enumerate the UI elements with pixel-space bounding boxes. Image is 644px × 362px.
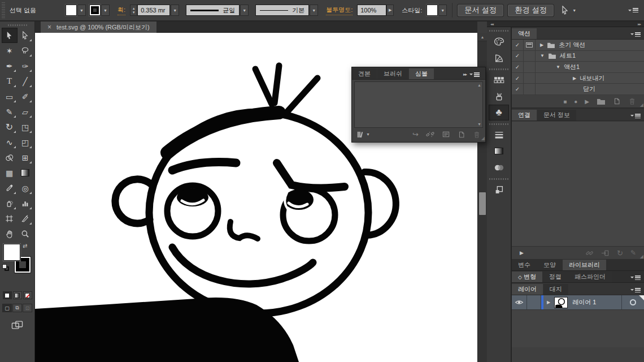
- transparency-panel-icon[interactable]: [489, 160, 509, 175]
- blend-tool[interactable]: ◎: [18, 180, 33, 196]
- pen-tool[interactable]: ✒: [2, 58, 18, 74]
- scroll-down-icon[interactable]: ▼: [477, 122, 481, 126]
- draw-behind-button[interactable]: ⧉: [12, 304, 22, 312]
- selection-tool-options-dropdown-icon[interactable]: ▼: [570, 5, 578, 16]
- action-row[interactable]: ✓ ▶내보내기: [512, 73, 644, 84]
- stroke-weight-field[interactable]: 0.353 mr: [137, 5, 170, 16]
- perspective-grid-tool[interactable]: ⊞: [18, 150, 33, 165]
- tab-brushes[interactable]: 브러쉬: [377, 68, 408, 79]
- none-button[interactable]: [23, 291, 32, 299]
- document-setup-button[interactable]: 문서 설정: [458, 5, 503, 16]
- screen-mode-button[interactable]: [0, 320, 34, 330]
- tab-align[interactable]: 정렬: [543, 272, 568, 282]
- selection-tool-options-icon[interactable]: [560, 6, 569, 15]
- action-row[interactable]: ✓ ▼액션1: [512, 62, 644, 73]
- style-dropdown-icon[interactable]: ▼: [438, 5, 447, 16]
- free-transform-tool[interactable]: ◰: [18, 135, 33, 150]
- width-tool[interactable]: ∿: [2, 135, 18, 150]
- tab-links[interactable]: 연결: [512, 110, 537, 120]
- rectangle-tool[interactable]: ▭: [2, 89, 18, 104]
- symbols-panel-icon[interactable]: ♣: [489, 105, 509, 120]
- column-graph-tool[interactable]: [18, 196, 33, 211]
- collapse-to-icons-icon[interactable]: ◂◂: [490, 22, 493, 27]
- action-check-icon[interactable]: ✓: [512, 51, 524, 62]
- layer-row-selected[interactable]: ▶ 레이어 1: [512, 295, 644, 310]
- symbols-panel-menu-icon[interactable]: [469, 72, 480, 77]
- stroke-profile-select[interactable]: 균일: [186, 5, 240, 16]
- stroke-dropdown-icon[interactable]: ▼: [101, 5, 110, 16]
- action-check-icon[interactable]: ✓: [512, 62, 524, 72]
- tab-actions[interactable]: 액션: [512, 28, 537, 39]
- rotate-tool[interactable]: ↻: [2, 119, 18, 135]
- zoom-tool[interactable]: [18, 226, 33, 242]
- expand-down-icon[interactable]: ▼: [540, 53, 545, 58]
- preferences-button[interactable]: 환경 설정: [508, 5, 554, 16]
- gradient-button[interactable]: [13, 291, 22, 299]
- tab-artboards[interactable]: 대지: [543, 284, 568, 295]
- opacity-field[interactable]: 100%: [357, 5, 386, 16]
- stroke-color-swatch[interactable]: [89, 5, 101, 16]
- type-tool[interactable]: T: [2, 74, 18, 89]
- brush-definition-select[interactable]: 기본: [255, 5, 309, 16]
- draw-normal-button[interactable]: ▢: [2, 304, 12, 312]
- draw-inside-button[interactable]: ⊡: [23, 304, 32, 312]
- links-panel-menu-icon[interactable]: [630, 113, 641, 118]
- brushes-panel-icon[interactable]: [489, 88, 509, 104]
- tab-appearance[interactable]: 모양: [537, 260, 562, 270]
- action-dialog-toggle-icon[interactable]: [524, 40, 536, 50]
- edit-original-icon[interactable]: ✎: [630, 249, 636, 257]
- symbol-options-icon[interactable]: [442, 130, 450, 139]
- control-bar-menu-icon[interactable]: [628, 8, 638, 13]
- control-bar-gripper[interactable]: [2, 2, 5, 18]
- document-tab[interactable]: × test.svg @ 100% (RGB/미리보기): [41, 21, 156, 33]
- dock-group-gripper[interactable]: [489, 123, 508, 125]
- collapse-panel-icon[interactable]: ▸▸: [463, 72, 467, 77]
- gradient-tool[interactable]: [18, 165, 33, 180]
- dock-group-gripper[interactable]: [489, 178, 508, 180]
- slice-tool[interactable]: [18, 211, 33, 226]
- stroke-weight-stepper[interactable]: ▲▼: [130, 5, 137, 16]
- tab-transform[interactable]: ◇변형: [512, 272, 542, 282]
- layer-lock-toggle[interactable]: [527, 295, 541, 309]
- action-dialog-toggle[interactable]: [524, 84, 536, 94]
- show-link-info-icon[interactable]: ▶: [520, 250, 524, 256]
- delete-action-icon[interactable]: [628, 97, 636, 105]
- action-check-icon[interactable]: ✓: [512, 84, 524, 94]
- tab-pathfinder[interactable]: 패스파인더: [568, 272, 612, 282]
- layer-thumbnail[interactable]: [554, 297, 568, 308]
- action-check-icon[interactable]: ✓: [512, 40, 524, 50]
- asset-export-panel-icon[interactable]: [489, 182, 509, 197]
- play-selection-icon[interactable]: ▶: [585, 98, 589, 105]
- place-symbol-instance-icon[interactable]: ↪: [412, 130, 419, 139]
- fill-color-swatch[interactable]: [66, 5, 77, 16]
- break-link-icon[interactable]: [426, 130, 434, 139]
- stroke-panel-icon[interactable]: [489, 127, 509, 143]
- resize-grip-icon[interactable]: ◢: [640, 254, 643, 259]
- action-dialog-toggle[interactable]: [524, 62, 536, 72]
- action-row[interactable]: ✓ ▶초기 액션: [512, 40, 644, 51]
- symbol-sprayer-tool[interactable]: [2, 196, 18, 211]
- opacity-label[interactable]: 불투명도:: [326, 6, 353, 15]
- color-button[interactable]: [3, 291, 12, 299]
- fill-swatch[interactable]: [3, 244, 20, 261]
- symbols-floating-panel[interactable]: 견본 브러쉬 심볼 ▸▸ ▲ ▼ ▼ ↪ ◢: [351, 67, 486, 143]
- actions-panel-menu-icon[interactable]: [630, 32, 641, 37]
- scrollbar-thumb[interactable]: [479, 192, 486, 215]
- tab-variables[interactable]: 변수: [512, 260, 537, 270]
- action-check-icon[interactable]: ✓: [512, 73, 524, 84]
- scroll-up-icon[interactable]: ▲: [478, 33, 487, 41]
- magic-wand-tool[interactable]: ✶: [2, 43, 18, 58]
- style-swatch[interactable]: [427, 5, 438, 16]
- color-panel-icon[interactable]: [489, 33, 509, 49]
- layer-name[interactable]: 레이어 1: [572, 298, 596, 307]
- close-tab-icon[interactable]: ×: [47, 23, 51, 31]
- delete-symbol-icon[interactable]: [473, 131, 481, 139]
- swap-fill-stroke-icon[interactable]: ⇄: [23, 243, 27, 249]
- line-segment-tool[interactable]: ╱: [18, 74, 33, 89]
- expand-down-icon[interactable]: ▼: [556, 64, 560, 70]
- layers-panel-menu-icon[interactable]: [630, 287, 641, 292]
- stroke-weight-label[interactable]: 획:: [118, 6, 125, 15]
- tab-document-info[interactable]: 문서 정보: [537, 110, 576, 120]
- mesh-tool[interactable]: ▦: [2, 165, 18, 180]
- selection-tool[interactable]: [2, 28, 18, 43]
